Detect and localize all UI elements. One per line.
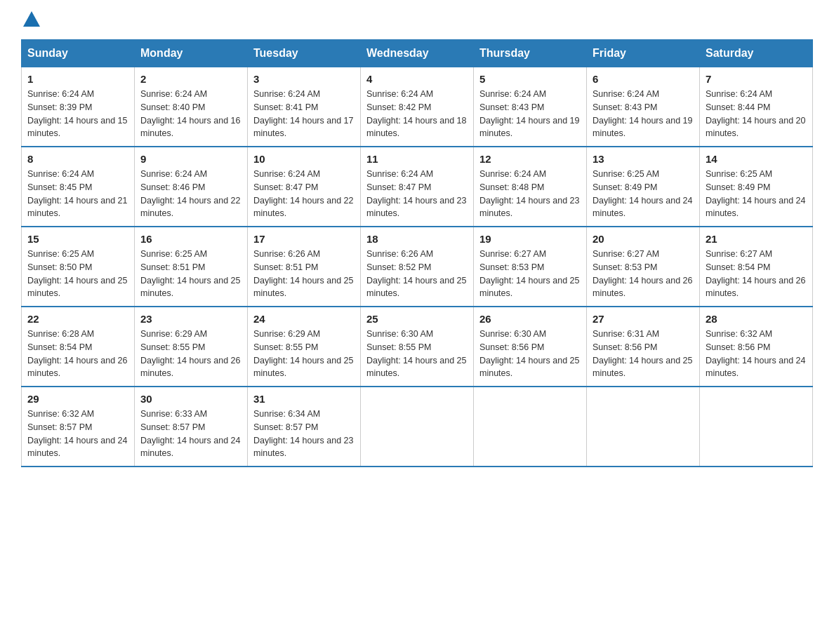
calendar-cell: 29Sunrise: 6:32 AMSunset: 8:57 PMDayligh… — [22, 387, 135, 467]
weekday-header-saturday: Saturday — [700, 40, 813, 67]
logo-triangle-icon — [23, 11, 40, 27]
day-info: Sunrise: 6:30 AMSunset: 8:56 PMDaylight:… — [479, 328, 581, 380]
calendar-cell: 21Sunrise: 6:27 AMSunset: 8:54 PMDayligh… — [700, 227, 813, 307]
weekday-header-wednesday: Wednesday — [361, 40, 474, 67]
day-number: 23 — [140, 313, 241, 325]
calendar-week-row: 8Sunrise: 6:24 AMSunset: 8:45 PMDaylight… — [22, 147, 813, 227]
day-info: Sunrise: 6:25 AMSunset: 8:49 PMDaylight:… — [706, 168, 807, 220]
day-info: Sunrise: 6:24 AMSunset: 8:44 PMDaylight:… — [706, 88, 807, 140]
calendar-table: SundayMondayTuesdayWednesdayThursdayFrid… — [21, 39, 813, 467]
day-info: Sunrise: 6:24 AMSunset: 8:43 PMDaylight:… — [593, 88, 694, 140]
calendar-week-row: 15Sunrise: 6:25 AMSunset: 8:50 PMDayligh… — [22, 227, 813, 307]
calendar-cell: 27Sunrise: 6:31 AMSunset: 8:56 PMDayligh… — [587, 307, 700, 387]
day-number: 21 — [706, 233, 807, 245]
calendar-cell — [361, 387, 474, 467]
day-number: 20 — [593, 233, 694, 245]
day-number: 16 — [140, 233, 241, 245]
weekday-header-tuesday: Tuesday — [248, 40, 361, 67]
calendar-cell: 15Sunrise: 6:25 AMSunset: 8:50 PMDayligh… — [22, 227, 135, 307]
day-info: Sunrise: 6:29 AMSunset: 8:55 PMDaylight:… — [140, 328, 241, 380]
weekday-header-row: SundayMondayTuesdayWednesdayThursdayFrid… — [22, 40, 813, 67]
day-info: Sunrise: 6:30 AMSunset: 8:55 PMDaylight:… — [366, 328, 468, 380]
day-info: Sunrise: 6:24 AMSunset: 8:47 PMDaylight:… — [253, 168, 355, 220]
logo — [21, 14, 42, 27]
day-number: 18 — [366, 233, 468, 245]
day-number: 11 — [366, 153, 468, 165]
calendar-cell: 25Sunrise: 6:30 AMSunset: 8:55 PMDayligh… — [361, 307, 474, 387]
day-number: 25 — [366, 313, 468, 325]
day-info: Sunrise: 6:25 AMSunset: 8:51 PMDaylight:… — [140, 248, 241, 300]
day-info: Sunrise: 6:24 AMSunset: 8:39 PMDaylight:… — [27, 88, 128, 140]
day-info: Sunrise: 6:25 AMSunset: 8:49 PMDaylight:… — [593, 168, 694, 220]
day-info: Sunrise: 6:24 AMSunset: 8:47 PMDaylight:… — [366, 168, 468, 220]
calendar-week-row: 29Sunrise: 6:32 AMSunset: 8:57 PMDayligh… — [22, 387, 813, 467]
calendar-cell: 8Sunrise: 6:24 AMSunset: 8:45 PMDaylight… — [22, 147, 135, 227]
day-info: Sunrise: 6:24 AMSunset: 8:48 PMDaylight:… — [479, 168, 581, 220]
calendar-cell — [587, 387, 700, 467]
calendar-cell: 11Sunrise: 6:24 AMSunset: 8:47 PMDayligh… — [361, 147, 474, 227]
day-number: 3 — [253, 73, 355, 85]
day-info: Sunrise: 6:31 AMSunset: 8:56 PMDaylight:… — [593, 328, 694, 380]
day-number: 24 — [253, 313, 355, 325]
day-info: Sunrise: 6:24 AMSunset: 8:41 PMDaylight:… — [253, 88, 355, 140]
day-info: Sunrise: 6:32 AMSunset: 8:57 PMDaylight:… — [27, 408, 128, 460]
day-number: 27 — [593, 313, 694, 325]
day-info: Sunrise: 6:24 AMSunset: 8:42 PMDaylight:… — [366, 88, 468, 140]
calendar-cell: 1Sunrise: 6:24 AMSunset: 8:39 PMDaylight… — [22, 67, 135, 147]
day-number: 9 — [140, 153, 241, 165]
day-info: Sunrise: 6:27 AMSunset: 8:53 PMDaylight:… — [593, 248, 694, 300]
calendar-cell: 28Sunrise: 6:32 AMSunset: 8:56 PMDayligh… — [700, 307, 813, 387]
calendar-cell: 17Sunrise: 6:26 AMSunset: 8:51 PMDayligh… — [248, 227, 361, 307]
calendar-cell: 23Sunrise: 6:29 AMSunset: 8:55 PMDayligh… — [135, 307, 248, 387]
calendar-cell: 6Sunrise: 6:24 AMSunset: 8:43 PMDaylight… — [587, 67, 700, 147]
day-number: 22 — [27, 313, 128, 325]
day-info: Sunrise: 6:33 AMSunset: 8:57 PMDaylight:… — [140, 408, 241, 460]
calendar-cell: 24Sunrise: 6:29 AMSunset: 8:55 PMDayligh… — [248, 307, 361, 387]
day-number: 13 — [593, 153, 694, 165]
day-info: Sunrise: 6:34 AMSunset: 8:57 PMDaylight:… — [253, 408, 355, 460]
calendar-cell: 12Sunrise: 6:24 AMSunset: 8:48 PMDayligh… — [474, 147, 587, 227]
day-info: Sunrise: 6:26 AMSunset: 8:51 PMDaylight:… — [253, 248, 355, 300]
day-info: Sunrise: 6:24 AMSunset: 8:45 PMDaylight:… — [27, 168, 128, 220]
day-number: 1 — [27, 73, 128, 85]
calendar-cell: 9Sunrise: 6:24 AMSunset: 8:46 PMDaylight… — [135, 147, 248, 227]
calendar-cell: 10Sunrise: 6:24 AMSunset: 8:47 PMDayligh… — [248, 147, 361, 227]
weekday-header-friday: Friday — [587, 40, 700, 67]
day-info: Sunrise: 6:32 AMSunset: 8:56 PMDaylight:… — [706, 328, 807, 380]
day-number: 2 — [140, 73, 241, 85]
day-number: 10 — [253, 153, 355, 165]
weekday-header-monday: Monday — [135, 40, 248, 67]
day-info: Sunrise: 6:28 AMSunset: 8:54 PMDaylight:… — [27, 328, 128, 380]
calendar-week-row: 1Sunrise: 6:24 AMSunset: 8:39 PMDaylight… — [22, 67, 813, 147]
day-number: 30 — [140, 393, 241, 405]
day-info: Sunrise: 6:24 AMSunset: 8:40 PMDaylight:… — [140, 88, 241, 140]
calendar-cell: 22Sunrise: 6:28 AMSunset: 8:54 PMDayligh… — [22, 307, 135, 387]
calendar-cell — [700, 387, 813, 467]
day-number: 5 — [479, 73, 581, 85]
day-number: 26 — [479, 313, 581, 325]
calendar-cell: 19Sunrise: 6:27 AMSunset: 8:53 PMDayligh… — [474, 227, 587, 307]
day-number: 15 — [27, 233, 128, 245]
day-number: 4 — [366, 73, 468, 85]
calendar-cell: 20Sunrise: 6:27 AMSunset: 8:53 PMDayligh… — [587, 227, 700, 307]
day-info: Sunrise: 6:29 AMSunset: 8:55 PMDaylight:… — [253, 328, 355, 380]
day-number: 31 — [253, 393, 355, 405]
calendar-cell: 7Sunrise: 6:24 AMSunset: 8:44 PMDaylight… — [700, 67, 813, 147]
calendar-cell: 14Sunrise: 6:25 AMSunset: 8:49 PMDayligh… — [700, 147, 813, 227]
calendar-cell: 13Sunrise: 6:25 AMSunset: 8:49 PMDayligh… — [587, 147, 700, 227]
day-number: 19 — [479, 233, 581, 245]
day-number: 28 — [706, 313, 807, 325]
day-info: Sunrise: 6:26 AMSunset: 8:52 PMDaylight:… — [366, 248, 468, 300]
header — [21, 14, 813, 27]
day-info: Sunrise: 6:25 AMSunset: 8:50 PMDaylight:… — [27, 248, 128, 300]
day-info: Sunrise: 6:27 AMSunset: 8:54 PMDaylight:… — [706, 248, 807, 300]
day-info: Sunrise: 6:27 AMSunset: 8:53 PMDaylight:… — [479, 248, 581, 300]
day-number: 17 — [253, 233, 355, 245]
weekday-header-thursday: Thursday — [474, 40, 587, 67]
day-info: Sunrise: 6:24 AMSunset: 8:46 PMDaylight:… — [140, 168, 241, 220]
calendar-cell: 30Sunrise: 6:33 AMSunset: 8:57 PMDayligh… — [135, 387, 248, 467]
day-number: 8 — [27, 153, 128, 165]
calendar-week-row: 22Sunrise: 6:28 AMSunset: 8:54 PMDayligh… — [22, 307, 813, 387]
calendar-cell: 2Sunrise: 6:24 AMSunset: 8:40 PMDaylight… — [135, 67, 248, 147]
calendar-cell: 18Sunrise: 6:26 AMSunset: 8:52 PMDayligh… — [361, 227, 474, 307]
